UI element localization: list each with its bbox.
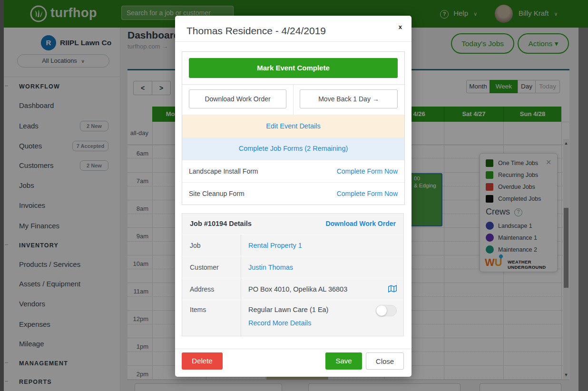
download-work-order-link[interactable]: Download Work Order	[325, 214, 396, 234]
form-row: Landscape Install Form Complete Form Now	[182, 160, 404, 182]
divider	[241, 235, 241, 256]
job-details-panel: Job #10194 Details Download Work Order J…	[182, 213, 404, 336]
job-details-heading: Job #10194 Details	[190, 214, 252, 234]
app-window: turfhop ? Help ∨ Billy Kraft ∨ R RIIPL L…	[0, 0, 588, 391]
modal-title: Thomas Residence - 4/24/2019	[186, 25, 326, 37]
complete-form-now-link[interactable]: Complete Form Now	[337, 183, 398, 205]
detail-label: Items	[190, 306, 206, 313]
detail-row-customer: Customer Justin Thomas	[182, 256, 403, 278]
browser-scrollbar[interactable]	[578, 28, 588, 391]
download-work-order-button[interactable]: Download Work Order	[189, 89, 286, 108]
toggle-knob	[376, 305, 387, 316]
divider	[241, 278, 241, 300]
divider	[175, 41, 412, 42]
divider	[293, 84, 294, 115]
delete-button[interactable]: Delete	[182, 352, 223, 370]
window-edge	[0, 0, 4, 391]
divider	[241, 256, 241, 278]
event-modal: Thomas Residence - 4/24/2019 x Mark Even…	[175, 16, 412, 377]
form-name: Landscape Install Form	[189, 160, 258, 182]
complete-job-forms-link[interactable]: Complete Job Forms (2 Remaining)	[182, 137, 404, 160]
form-name: Site Cleanup Form	[189, 183, 245, 205]
detail-label: Customer	[190, 256, 219, 278]
detail-label: Job	[190, 235, 201, 256]
record-more-details-link[interactable]: Record More Details	[248, 319, 311, 327]
complete-form-now-link[interactable]: Complete Form Now	[337, 160, 398, 182]
detail-row-items: Items Regular Lawn Care (1 Ea) Record Mo…	[182, 300, 403, 337]
item-toggle[interactable]	[376, 305, 397, 316]
job-details-header: Job #10194 Details Download Work Order	[182, 214, 403, 235]
edit-event-details-link[interactable]: Edit Event Details	[182, 115, 404, 137]
address-value: PO Box 4010, Opelika AL 36803	[248, 278, 347, 300]
divider	[241, 300, 241, 337]
save-button[interactable]: Save	[325, 352, 362, 370]
customer-link[interactable]: Justin Thomas	[248, 256, 293, 278]
job-link[interactable]: Rental Property 1	[248, 235, 302, 256]
modal-close-icon[interactable]: x	[399, 23, 402, 30]
modal-footer: Delete Save Close	[175, 349, 412, 377]
close-button[interactable]: Close	[366, 352, 404, 370]
item-value: Regular Lawn Care (1 Ea)	[248, 306, 328, 313]
map-icon[interactable]	[388, 285, 397, 294]
move-back-button[interactable]: Move Back 1 Day →	[300, 89, 398, 108]
detail-row-address: Address PO Box 4010, Opelika AL 36803	[182, 278, 403, 300]
event-actions-group: Mark Event Complete Download Work Order …	[182, 51, 405, 205]
detail-label: Address	[190, 278, 214, 300]
detail-row-job: Job Rental Property 1	[182, 234, 403, 256]
form-row: Site Cleanup Form Complete Form Now	[182, 182, 404, 205]
mark-event-complete-button[interactable]: Mark Event Complete	[189, 58, 398, 78]
